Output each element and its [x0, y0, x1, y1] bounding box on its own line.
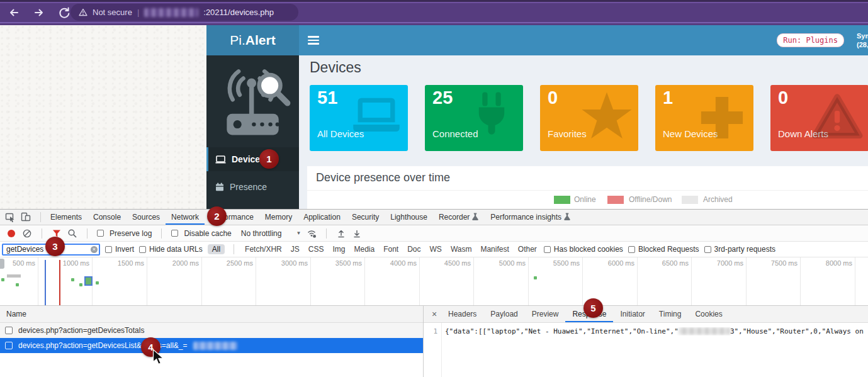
blocked-requests-filter[interactable]: Blocked Requests — [628, 245, 699, 254]
response-tabbar: × Headers Payload Preview Response Initi… — [424, 306, 868, 323]
tab-recorder[interactable]: Recorder — [433, 210, 485, 225]
run-plugins-button[interactable]: Run: Plugins — [777, 33, 844, 47]
hamburger-menu-icon[interactable] — [308, 36, 319, 45]
tab-timing[interactable]: Timing — [652, 307, 689, 322]
request-checkbox[interactable] — [5, 327, 13, 334]
tab-preview[interactable]: Preview — [525, 307, 566, 322]
disable-cache-label[interactable]: Disable cache — [184, 229, 231, 238]
timeline-scroll-nub[interactable] — [0, 259, 4, 269]
app-content: Devices 51 All Devices 25 Connected 0 Fa… — [299, 55, 868, 209]
filter-type-css[interactable]: CSS — [308, 245, 324, 254]
sidebar-item-presence[interactable]: Presence — [206, 176, 299, 198]
devtools-tabbar: Elements Console Sources Network Perform… — [0, 210, 868, 225]
gridline — [582, 257, 583, 306]
app-logo[interactable]: Pi.Alert — [206, 25, 299, 55]
filter-type-fetch-xhr[interactable]: Fetch/XHR — [245, 245, 282, 254]
request-dot — [16, 283, 19, 286]
tab-headers[interactable]: Headers — [441, 307, 483, 322]
request-table-header[interactable]: Name — [0, 306, 423, 323]
network-overview-timeline[interactable]: 500 ms 1000 ms 1500 ms 2000 ms 2500 ms 3… — [0, 257, 868, 306]
waterfall-bar — [7, 274, 21, 278]
tab-elements[interactable]: Elements — [45, 210, 87, 225]
card-all-devices[interactable]: 51 All Devices — [310, 85, 408, 151]
tab-application[interactable]: Application — [298, 210, 346, 225]
tab-cookies[interactable]: Cookies — [688, 307, 729, 322]
gridline — [473, 257, 474, 306]
back-icon[interactable] — [8, 6, 20, 19]
has-blocked-cookies-checkbox[interactable] — [544, 246, 551, 253]
address-bar[interactable]: Not secure | :20211/devices.php — [70, 4, 298, 21]
invert-checkbox[interactable] — [105, 246, 112, 253]
time-tick: 500 ms — [0, 259, 35, 267]
card-new-devices[interactable]: 1 New Devices — [655, 85, 753, 151]
filter-type-js[interactable]: JS — [291, 245, 300, 254]
export-har-icon[interactable] — [352, 228, 362, 239]
request-row-get-devices-totals[interactable]: devices.php?action=getDevicesTotals — [0, 323, 423, 338]
invert-filter[interactable]: Invert — [105, 245, 134, 254]
import-har-icon[interactable] — [336, 228, 346, 239]
laptop-icon — [347, 89, 405, 147]
request-checkbox[interactable] — [5, 342, 13, 349]
card-value: 0 — [778, 87, 788, 108]
chevron-down-icon[interactable]: ▼ — [296, 230, 301, 236]
tab-memory[interactable]: Memory — [259, 210, 298, 225]
star-icon — [578, 89, 636, 147]
blocked-requests-checkbox[interactable] — [628, 246, 635, 253]
device-toolbar-icon[interactable] — [21, 212, 31, 222]
throttling-select[interactable]: No throttling — [241, 229, 282, 238]
preserve-log-label[interactable]: Preserve log — [110, 229, 152, 238]
tab-network[interactable]: Network — [166, 210, 205, 225]
network-conditions-icon[interactable] — [307, 228, 317, 239]
filter-type-img[interactable]: Img — [332, 245, 345, 254]
card-connected[interactable]: 25 Connected — [425, 85, 523, 151]
third-party-requests-filter[interactable]: 3rd-party requests — [704, 245, 775, 254]
gridline — [201, 257, 202, 306]
third-party-requests-checkbox[interactable] — [704, 246, 711, 253]
tab-initiator[interactable]: Initiator — [613, 307, 651, 322]
search-icon[interactable] — [67, 228, 77, 239]
preserve-log-checkbox[interactable] — [97, 230, 104, 237]
gridline — [637, 257, 638, 306]
sidebar-item-devices[interactable]: Devices — [206, 147, 299, 171]
app-topnav: Run: Plugins Sym (28, — [299, 25, 868, 55]
time-tick: 2500 ms — [206, 259, 253, 267]
filter-type-manifest[interactable]: Manifest — [480, 245, 509, 254]
has-blocked-cookies-filter[interactable]: Has blocked cookies — [544, 245, 623, 254]
url-separator: | — [137, 8, 139, 17]
filter-type-font[interactable]: Font — [383, 245, 398, 254]
network-filter-row: × Invert Hide data URLs All Fetch/XHR JS… — [0, 242, 868, 257]
hide-data-urls-checkbox[interactable] — [139, 246, 146, 253]
tab-security[interactable]: Security — [346, 210, 385, 225]
forward-icon[interactable] — [33, 6, 45, 19]
gridline — [38, 257, 38, 306]
reload-icon[interactable] — [58, 6, 70, 19]
filter-type-doc[interactable]: Doc — [407, 245, 420, 254]
clear-icon[interactable] — [22, 228, 32, 239]
tab-lighthouse[interactable]: Lighthouse — [385, 210, 433, 225]
close-icon[interactable]: × — [429, 309, 440, 319]
hide-data-urls-filter[interactable]: Hide data URLs — [139, 245, 203, 254]
tab-console[interactable]: Console — [87, 210, 127, 225]
card-down-alerts[interactable]: 0 Down Alerts — [770, 85, 868, 151]
clear-filter-icon[interactable]: × — [91, 246, 98, 253]
time-tick: 7000 ms — [697, 259, 743, 267]
filter-type-media[interactable]: Media — [354, 245, 375, 254]
filter-type-wasm[interactable]: Wasm — [451, 245, 472, 254]
disable-cache-checkbox[interactable] — [171, 230, 178, 237]
filter-type-other[interactable]: Other — [518, 245, 537, 254]
record-icon[interactable] — [6, 228, 16, 239]
request-row-get-devices-list[interactable]: devices.php?action=getDevicesList&status… — [0, 338, 423, 353]
filter-type-all[interactable]: All — [208, 244, 225, 254]
tab-sources[interactable]: Sources — [127, 210, 166, 225]
time-tick: 1000 ms — [43, 259, 89, 267]
inspect-element-icon[interactable] — [5, 212, 15, 222]
card-favorites[interactable]: 0 Favorites — [540, 85, 638, 151]
time-tick: 1500 ms — [98, 259, 144, 267]
response-body[interactable]: 1 {"data":[["laptop","Net - Huawei","Int… — [424, 323, 868, 377]
tab-payload[interactable]: Payload — [483, 307, 524, 322]
tab-performance-insights[interactable]: Performance insights — [485, 210, 577, 225]
devtools-panel: Elements Console Sources Network Perform… — [0, 209, 868, 377]
time-tick: 5000 ms — [479, 259, 526, 267]
filter-type-ws[interactable]: WS — [430, 245, 442, 254]
browser-toolbar: Not secure | :20211/devices.php — [0, 0, 868, 25]
